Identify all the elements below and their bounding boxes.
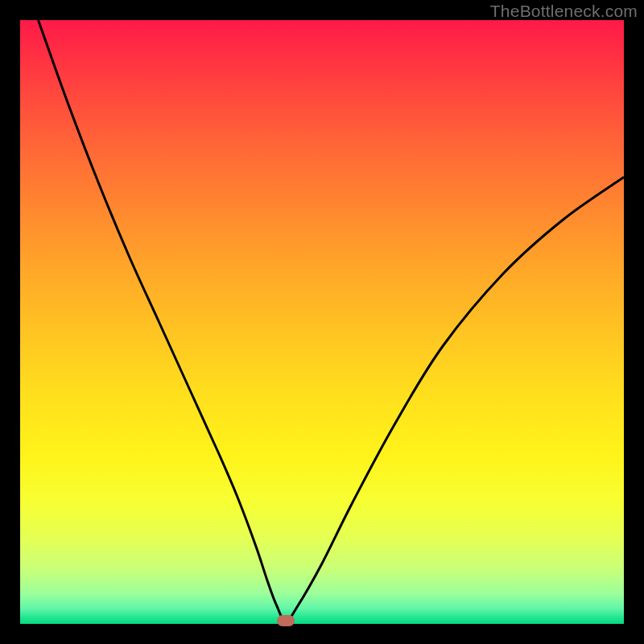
bottleneck-curve-path	[39, 20, 625, 621]
optimal-point-marker	[277, 615, 295, 626]
plot-area	[20, 20, 624, 624]
chart-frame: TheBottleneck.com	[0, 0, 644, 644]
watermark-text: TheBottleneck.com	[490, 2, 638, 21]
curve-svg	[20, 20, 624, 624]
